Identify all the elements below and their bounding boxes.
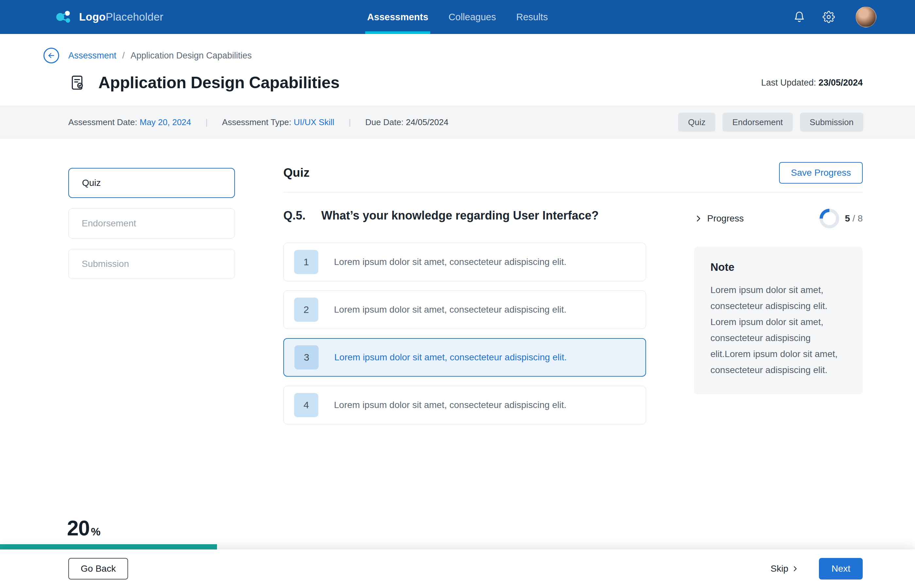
last-updated: Last Updated: 23/05/2024 [761, 78, 863, 88]
quiz-section: Quiz Save Progress Q.5. What’s your know… [283, 139, 863, 516]
quiz-body: Q.5. What’s your knowledge regarding Use… [283, 209, 863, 433]
progress-current: 5 [845, 213, 850, 223]
percent-value: 20 [67, 516, 89, 540]
completion-percent: 20 % [0, 516, 915, 540]
answer-option-3-selected[interactable]: 3 Lorem ipsum dolor sit amet, consectete… [283, 338, 646, 376]
skip-link[interactable]: Skip [771, 564, 799, 574]
breadcrumb-current: Application Design Capabilities [131, 51, 252, 61]
answer-option-1[interactable]: 1 Lorem ipsum dolor sit amet, consectete… [283, 243, 646, 281]
breadcrumb-separator: / [122, 51, 125, 61]
option-number-badge: 1 [294, 250, 318, 274]
assessment-type-label: Assessment Type: [222, 117, 291, 127]
breadcrumb-link-assessment[interactable]: Assessment [68, 51, 116, 61]
answer-option-4[interactable]: 4 Lorem ipsum dolor sit amet, consectete… [283, 386, 646, 424]
topbar-actions [792, 6, 876, 27]
chevron-right-icon[interactable] [694, 214, 703, 223]
assessment-type-value: UI/UX Skill [294, 117, 334, 127]
nav-tab-colleagues[interactable]: Colleagues [447, 0, 498, 34]
page-title: Application Design Capabilities [99, 73, 339, 92]
due-date-value: 24/05/2024 [406, 117, 448, 127]
logo[interactable]: LogoPlaceholder [55, 10, 163, 24]
main-nav: Assessments Colleagues Results [365, 0, 550, 34]
notifications-bell-icon[interactable] [792, 10, 807, 24]
footer-bar: Go Back Skip Next [0, 549, 915, 588]
question: Q.5. What’s your knowledge regarding Use… [283, 209, 646, 223]
nav-tab-label: Results [516, 12, 548, 23]
info-divider: | [349, 117, 351, 128]
assessment-document-icon [70, 74, 86, 91]
question-text: What’s your knowledge regarding User Int… [321, 209, 599, 223]
content: Quiz Endorsement Submission Quiz Save Pr… [0, 139, 915, 516]
question-number: Q.5. [283, 209, 306, 223]
next-button[interactable]: Next [819, 558, 863, 580]
pill-quiz[interactable]: Quiz [678, 113, 715, 132]
settings-gear-icon[interactable] [821, 10, 836, 24]
sidebar-item-endorsement[interactable]: Endorsement [68, 208, 235, 239]
note-title: Note [710, 261, 846, 273]
nav-tab-label: Colleagues [449, 12, 496, 23]
option-number-badge: 4 [294, 393, 318, 417]
option-text: Lorem ipsum dolor sit amet, consecteteur… [334, 352, 567, 363]
nav-tab-assessments[interactable]: Assessments [365, 0, 430, 34]
assessment-info-bar: Assessment Date: May 20, 2024 | Assessme… [0, 106, 915, 139]
assessment-date: Assessment Date: May 20, 2024 [68, 117, 191, 128]
progress-separator: / [850, 213, 857, 223]
back-button[interactable] [44, 48, 59, 63]
progress-ring [820, 209, 839, 228]
quiz-heading: Quiz [283, 166, 309, 180]
assessment-date-label: Assessment Date: [68, 117, 137, 127]
progress-count: 5 / 8 [845, 213, 863, 224]
right-rail: Progress 5 / 8 Note Lorem ipsum dolor si… [694, 209, 863, 394]
progress-label: Progress [707, 213, 744, 224]
skip-label: Skip [771, 564, 788, 574]
top-navigation-bar: LogoPlaceholder Assessments Colleagues R… [0, 0, 915, 34]
progress-total: 8 [857, 213, 863, 223]
option-text: Lorem ipsum dolor sit amet, consecteteur… [334, 257, 566, 267]
quiz-header: Quiz Save Progress [283, 162, 863, 192]
note-card: Note Lorem ipsum dolor sit amet, consect… [694, 247, 863, 394]
pill-submission[interactable]: Submission [800, 113, 863, 132]
save-progress-button[interactable]: Save Progress [779, 162, 863, 184]
due-date-label: Due Date: [365, 117, 404, 127]
go-back-button[interactable]: Go Back [68, 558, 128, 580]
question-area: Q.5. What’s your knowledge regarding Use… [283, 209, 646, 433]
completion-progress-fill [0, 544, 217, 549]
page-header: Application Design Capabilities Last Upd… [0, 63, 915, 106]
option-number-badge: 3 [294, 345, 318, 370]
answer-options: 1 Lorem ipsum dolor sit amet, consectete… [283, 243, 646, 424]
sidebar-item-submission[interactable]: Submission [68, 249, 235, 279]
chevron-right-icon [792, 565, 799, 572]
stage-sidebar: Quiz Endorsement Submission [68, 139, 235, 516]
stage-pills: Quiz Endorsement Submission [678, 113, 863, 132]
info-divider: | [205, 117, 208, 128]
option-text: Lorem ipsum dolor sit amet, consecteteur… [334, 304, 566, 315]
footer-actions: Skip Next [771, 558, 863, 580]
sidebar-item-label: Submission [82, 259, 129, 269]
option-text: Lorem ipsum dolor sit amet, consecteteur… [334, 400, 566, 410]
completion-progress-bar [0, 544, 915, 549]
last-updated-value: 23/05/2024 [819, 78, 863, 87]
sidebar-item-quiz[interactable]: Quiz [68, 168, 235, 198]
logo-text: LogoPlaceholder [79, 11, 163, 23]
answer-option-2[interactable]: 2 Lorem ipsum dolor sit amet, consectete… [283, 291, 646, 329]
progress-row: Progress 5 / 8 [694, 209, 863, 228]
assessment-date-value: May 20, 2024 [139, 117, 191, 127]
note-body: Lorem ipsum dolor sit amet, consecteteur… [710, 282, 846, 378]
user-avatar[interactable] [855, 6, 876, 27]
nav-tab-label: Assessments [367, 12, 428, 23]
percent-sign: % [91, 526, 100, 538]
sidebar-item-label: Endorsement [82, 218, 136, 229]
last-updated-label: Last Updated: [761, 78, 816, 87]
sidebar-item-label: Quiz [82, 178, 101, 188]
pill-endorsement[interactable]: Endorsement [723, 113, 793, 132]
breadcrumb: Assessment / Application Design Capabili… [0, 34, 915, 63]
assessment-type: Assessment Type: UI/UX Skill [222, 117, 334, 128]
logo-icon [55, 10, 72, 24]
due-date: Due Date: 24/05/2024 [365, 117, 448, 128]
option-number-badge: 2 [294, 297, 318, 322]
page: LogoPlaceholder Assessments Colleagues R… [0, 0, 915, 588]
nav-tab-results[interactable]: Results [514, 0, 550, 34]
